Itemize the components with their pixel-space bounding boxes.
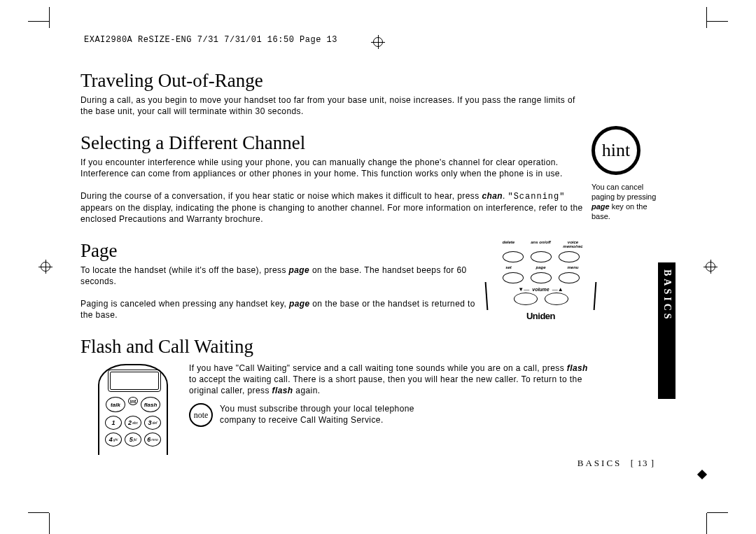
keypad-5: 5jkl [125,433,141,447]
diagram-edge [594,282,597,310]
base-button [559,251,580,262]
hint-text: You can cancel paging by pressing page k… [592,182,662,221]
crop-mark [49,7,50,28]
keypad-4: 4ghi [105,433,122,447]
section-tab: BASICS [658,262,676,399]
section-title-traveling: Traveling Out-of-Range [80,70,584,92]
text-run: You can cancel paging by pressing [592,183,656,201]
text-run: again. [293,386,321,395]
crop-mark [707,512,728,513]
register-mark [371,35,385,49]
handset-screen [108,370,161,392]
base-button [531,272,552,283]
base-button [514,293,538,305]
crop-mark [28,512,49,513]
key-label: page [289,265,310,275]
body-text: Paging is canceled when pressing any han… [80,298,476,321]
body-text: During a call, as you begin to move your… [80,94,584,117]
section-flash: Flash and Call Waiting talk int flash 1 … [80,336,584,358]
brand-label: Uniden [490,311,592,321]
crop-mark [706,7,707,28]
section-title-flash: Flash and Call Waiting [80,336,584,358]
key-label: chan [482,191,503,201]
text-run: If you have "Call Waiting" service and a… [189,363,567,373]
footer-label: BASICS [578,458,622,468]
crop-mark [28,21,49,22]
note-text: You must subscribe through your local te… [220,403,451,426]
crop-mark [707,21,728,22]
body-text: If you have "Call Waiting" service and a… [189,363,595,396]
register-diamond [697,470,707,479]
crop-mark [706,513,707,534]
volume-down-icon: ▼— [518,286,529,293]
flash-key: flash [141,397,160,412]
talk-key: talk [106,397,125,412]
register-mark [704,260,718,274]
button-label: page [528,265,554,269]
keypad-3: 3def [144,416,161,430]
register-mark [38,260,52,274]
section-page: Page To locate the handset (while it's o… [80,240,584,321]
note-block: note You must subscribe through your loc… [189,403,595,427]
key-label: page [592,202,610,211]
keypad-6: 6mno [144,433,161,447]
text-run: to accept the waiting call. There is a s… [189,374,582,395]
volume-label: volume [532,287,550,292]
text-run: Paging is canceled when pressing any han… [80,299,289,309]
key-label: flash [567,363,588,373]
tab-label: BASICS [662,269,673,322]
section-title-selecting: Selecting a Different Channel [80,132,584,154]
body-text: To locate the handset (while it's off th… [80,265,476,287]
section-traveling: Traveling Out-of-Range During a call, as… [80,70,584,117]
int-key: int [128,397,138,405]
body-text: During the course of a conversation, if … [80,190,584,225]
button-label: voice memo/rec [561,240,586,248]
page-content: Traveling Out-of-Range During a call, as… [80,70,676,476]
key-label: flash [272,386,293,395]
footer-page-number: [ 13 ] [631,458,654,468]
base-button [559,272,580,283]
diagram-edge [485,282,489,310]
body-text: If you encounter interference while usin… [80,157,584,179]
text-run: To locate the handset (while it's off th… [80,265,289,275]
button-label: set [496,265,522,269]
key-label: page [289,299,310,309]
page-footer: BASICS [ 13 ] [578,458,654,469]
base-button [503,251,524,262]
base-button [531,251,552,262]
base-button [545,293,568,305]
keypad-2: 2abc [125,416,141,430]
text-run: During the course of a conversation, if … [80,191,482,201]
base-button [503,272,524,283]
button-label: ans on/off [528,240,554,248]
sidebar-hint: hint You can cancel paging by pressing p… [592,126,676,221]
text-run: appears on the display, indicating the p… [80,203,583,224]
crop-mark [49,513,50,534]
handset-diagram: talk int flash 1 2abc 3def 4ghi 5jkl 6mn… [91,364,175,455]
button-label: menu [561,265,586,269]
button-label: delete [496,240,522,248]
note-icon: note [189,403,213,427]
base-unit-diagram: delete ans on/off voice memo/rec set pag… [490,240,592,310]
print-header-slug: EXAI2980A ReSIZE-ENG 7/31 7/31/01 16:50 … [84,35,337,45]
display-text: "Scanning" [507,192,565,202]
volume-up-icon: —▲ [552,286,564,293]
section-selecting: Selecting a Different Channel If you enc… [80,132,584,225]
keypad-1: 1 [105,416,122,430]
hint-icon: hint [592,126,640,175]
